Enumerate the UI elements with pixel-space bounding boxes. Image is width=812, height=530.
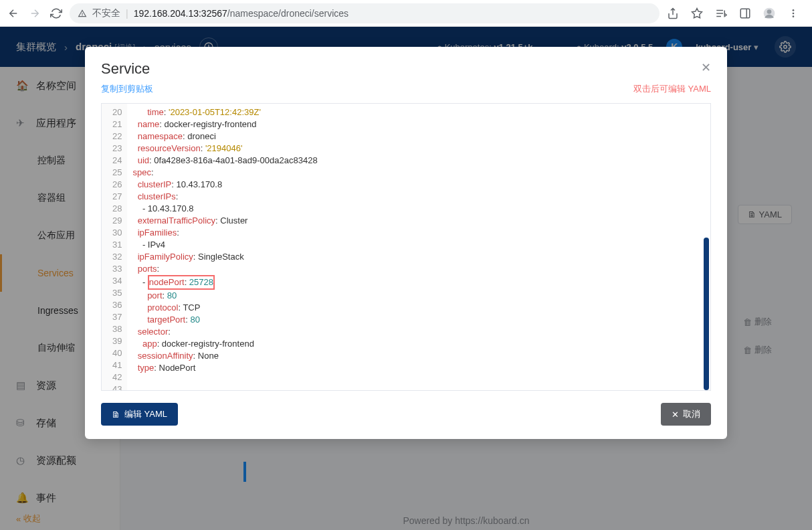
document-icon: 🗎 — [112, 410, 120, 420]
address-bar[interactable]: 不安全 | 192.168.204.13:32567/namespace/dro… — [70, 3, 659, 23]
scrollbar-thumb[interactable] — [704, 238, 709, 390]
modal-overlay: Service ✕ 复制到剪贴板 双击后可编辑 YAML 20212223242… — [0, 27, 812, 530]
profile-icon[interactable] — [761, 5, 777, 21]
yaml-editor[interactable]: 2021222324252627282930313233343536373839… — [101, 103, 711, 391]
menu-icon[interactable] — [785, 5, 801, 21]
highlight-nodeport: nodePort: 25728 — [148, 275, 215, 290]
nav-back-button[interactable] — [5, 5, 21, 21]
service-modal: Service ✕ 复制到剪贴板 双击后可编辑 YAML 20212223242… — [85, 47, 727, 439]
nav-reload-button[interactable] — [48, 5, 64, 21]
svg-point-3 — [793, 9, 795, 11]
svg-point-2 — [767, 9, 772, 14]
url-text: 192.168.204.13:32567/namespace/droneci/s… — [134, 8, 348, 19]
edit-hint: 双击后可编辑 YAML — [633, 83, 711, 95]
scrollbar[interactable] — [702, 104, 710, 390]
svg-rect-0 — [740, 9, 750, 18]
panel-icon[interactable] — [737, 5, 753, 21]
cancel-button[interactable]: ✕取消 — [661, 403, 711, 426]
browser-toolbar: 不安全 | 192.168.204.13:32567/namespace/dro… — [0, 0, 812, 27]
share-icon[interactable] — [665, 5, 681, 21]
nav-forward-button[interactable] — [27, 5, 43, 21]
edit-yaml-button[interactable]: 🗎编辑 YAML — [101, 403, 178, 426]
yaml-code: time: '2023-01-05T12:42:39Z' name: docke… — [127, 104, 710, 390]
bookmark-icon[interactable] — [689, 5, 705, 21]
close-icon[interactable]: ✕ — [701, 60, 711, 75]
playlist-icon[interactable] — [713, 5, 729, 21]
insecure-label: 不安全 — [92, 7, 120, 19]
insecure-icon — [78, 9, 87, 18]
close-icon: ✕ — [672, 410, 679, 420]
modal-title: Service — [101, 60, 150, 78]
line-gutter: 2021222324252627282930313233343536373839… — [102, 104, 127, 390]
copy-to-clipboard-link[interactable]: 复制到剪贴板 — [101, 83, 153, 95]
svg-point-5 — [793, 15, 795, 17]
svg-point-4 — [793, 12, 795, 14]
